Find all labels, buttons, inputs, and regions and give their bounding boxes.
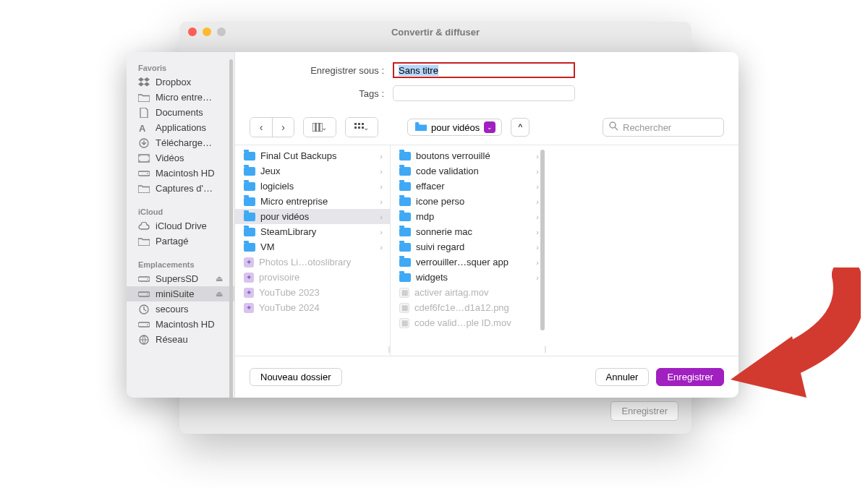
sidebar-item[interactable]: Captures d'… — [127, 181, 234, 196]
svg-rect-21 — [358, 123, 360, 125]
dialog-footer: Nouveau dossier Annuler Enregistrer — [235, 356, 739, 398]
sidebar-section-locations: Emplacements — [127, 256, 234, 271]
path-popup-chevron-icon: ⌄ — [484, 121, 495, 133]
sidebar-item[interactable]: Vidéos — [127, 150, 234, 166]
form-area: Enregistrer sous : Sans titre Tags : — [235, 52, 739, 114]
list-item[interactable]: ✦YouTube 2023 — [235, 285, 390, 300]
svg-point-5 — [148, 155, 149, 157]
list-item[interactable]: widgets› — [391, 270, 546, 285]
list-item[interactable]: boutons verrouillé› — [391, 148, 546, 163]
file-icon: ▦ — [399, 318, 409, 328]
sidebar-item-label: Macintosh HD — [156, 168, 215, 179]
list-item-label: sonnerie mac — [416, 226, 531, 237]
list-item[interactable]: icone perso› — [391, 194, 546, 209]
folder-icon — [415, 122, 427, 133]
svg-rect-17 — [312, 123, 315, 132]
filename-input[interactable]: Sans titre — [393, 62, 575, 78]
list-item[interactable]: verrouiller…squer app› — [391, 254, 546, 270]
chevron-right-icon: › — [380, 182, 383, 191]
folder-icon — [399, 197, 411, 206]
list-item[interactable]: ▦code valid…ple ID.mov — [391, 315, 546, 330]
list-item[interactable]: ▦activer airtag.mov — [391, 285, 546, 300]
list-item[interactable]: Final Cut Backups› — [235, 148, 390, 163]
list-item-label: widgets — [416, 272, 531, 283]
eject-icon[interactable]: ⏏ — [216, 274, 223, 283]
drive-icon — [138, 320, 150, 330]
sidebar-item-label: Réseau — [156, 334, 188, 345]
svg-marker-29 — [731, 336, 807, 398]
svg-rect-23 — [354, 127, 357, 129]
search-input[interactable]: Rechercher — [603, 118, 724, 137]
list-item[interactable]: ▦cdef6fc1e…d1a12.png — [391, 300, 546, 315]
sidebar-scrollbar[interactable] — [229, 59, 233, 398]
sidebar-item[interactable]: iCloud Drive — [127, 218, 234, 234]
list-item[interactable]: ✦YouTube 2024 — [235, 300, 390, 315]
shared-icon — [138, 236, 150, 247]
svg-point-27 — [610, 122, 616, 128]
column-3[interactable] — [546, 145, 739, 356]
sidebar-item-label: Captures d'… — [156, 183, 213, 194]
cloud-icon — [138, 221, 150, 231]
svg-point-8 — [147, 173, 148, 174]
sidebar-item-label: Documents — [156, 107, 203, 118]
view-mode-columns[interactable]: ⌄ — [303, 117, 336, 137]
save-dialog: Favoris DropboxMicro entre…DocumentsAApp… — [127, 52, 739, 398]
chevron-right-icon: › — [536, 273, 539, 282]
list-item[interactable]: SteamLibrary› — [235, 224, 390, 239]
sidebar-item-label: Micro entre… — [156, 92, 212, 103]
column-1[interactable]: Final Cut Backups›Jeux›logiciels›Micro e… — [235, 145, 391, 356]
list-item[interactable]: pour vidéos› — [235, 209, 390, 224]
nav-back-forward: ‹ › — [250, 117, 294, 137]
svg-rect-20 — [354, 123, 357, 125]
sidebar-item[interactable]: secours — [127, 301, 234, 317]
collapse-button[interactable]: ^ — [511, 118, 529, 137]
list-item[interactable]: sonnerie mac› — [391, 224, 546, 239]
group-icon[interactable]: ⌄ — [346, 118, 378, 137]
parent-save-button[interactable]: Enregistrer — [610, 401, 678, 421]
sidebar: Favoris DropboxMicro entre…DocumentsAApp… — [127, 52, 235, 398]
list-item[interactable]: suivi regard› — [391, 239, 546, 254]
new-folder-button[interactable]: Nouveau dossier — [250, 368, 342, 386]
chevron-right-icon: › — [536, 228, 539, 236]
list-item[interactable]: code validation› — [391, 163, 546, 179]
sidebar-item[interactable]: Macintosh HD — [127, 166, 234, 181]
sidebar-item[interactable]: Télécharge… — [127, 135, 234, 150]
list-item[interactable]: mdp› — [391, 209, 546, 224]
list-item[interactable]: Micro entreprise› — [235, 194, 390, 209]
apps-icon: A — [138, 123, 150, 133]
column-2[interactable]: boutons verrouillé›code validation›effac… — [391, 145, 546, 356]
sidebar-item[interactable]: Documents — [127, 105, 234, 120]
list-item[interactable]: logiciels› — [235, 179, 390, 194]
list-item[interactable]: Jeux› — [235, 163, 390, 179]
sidebar-item[interactable]: Réseau — [127, 332, 234, 347]
sidebar-item[interactable]: Dropbox — [127, 74, 234, 90]
sidebar-item[interactable]: Macintosh HD — [127, 317, 234, 332]
svg-point-10 — [147, 278, 148, 280]
tags-input[interactable] — [393, 85, 575, 101]
sidebar-item[interactable]: miniSuite⏏ — [127, 286, 234, 301]
tags-label: Tags : — [264, 88, 384, 99]
sidebar-item[interactable]: Partagé — [127, 234, 234, 249]
list-item-label: Micro entreprise — [260, 196, 375, 207]
sidebar-item[interactable]: Micro entre… — [127, 90, 234, 105]
list-item-label: verrouiller…squer app — [416, 257, 531, 267]
columns-view-icon[interactable]: ⌄ — [304, 118, 336, 137]
save-button[interactable]: Enregistrer — [656, 368, 724, 386]
parent-window-title: Convertir & diffuser — [179, 27, 692, 38]
list-item[interactable]: ✦provisoire — [235, 270, 390, 285]
eject-icon[interactable]: ⏏ — [216, 289, 223, 299]
sidebar-item[interactable]: SupersSD⏏ — [127, 271, 234, 286]
path-popup[interactable]: pour vidéos ⌄ — [407, 119, 502, 136]
svg-point-4 — [139, 160, 140, 161]
nav-back-button[interactable]: ‹ — [250, 118, 272, 137]
list-item[interactable]: ✦Photos Li…otoslibrary — [235, 254, 390, 270]
group-by-button[interactable]: ⌄ — [345, 117, 378, 137]
sidebar-item[interactable]: AApplications — [127, 120, 234, 135]
folder-icon — [244, 197, 255, 206]
list-item[interactable]: effacer› — [391, 179, 546, 194]
list-item[interactable]: VM› — [235, 239, 390, 254]
cancel-button[interactable]: Annuler — [595, 368, 650, 386]
time-icon — [138, 304, 150, 314]
path-folder-name: pour vidéos — [431, 122, 480, 133]
nav-forward-button[interactable]: › — [272, 118, 294, 137]
